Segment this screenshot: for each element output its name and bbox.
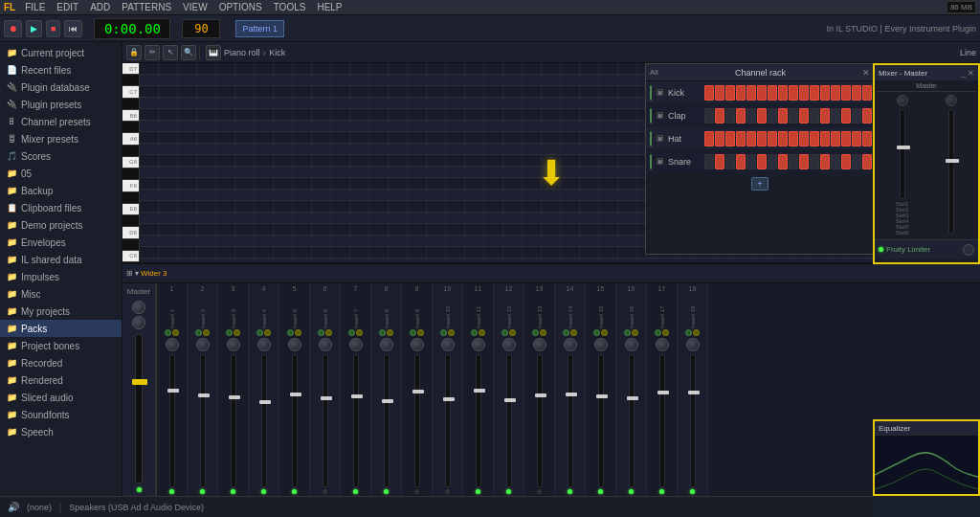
sidebar-item-speech[interactable]: 📁 Speech: [0, 423, 122, 440]
grid-cell[interactable]: [484, 86, 503, 97]
grid-cell[interactable]: [293, 86, 312, 97]
piano-key[interactable]: [122, 192, 139, 204]
grid-cell[interactable]: [465, 98, 484, 108]
piano-key[interactable]: [122, 146, 139, 157]
grid-cell[interactable]: [523, 98, 542, 108]
grid-cell[interactable]: [484, 190, 503, 200]
grid-cell[interactable]: [350, 201, 369, 212]
grid-cell[interactable]: [216, 190, 235, 200]
grid-cell[interactable]: [159, 178, 178, 189]
grid-cell[interactable]: [235, 121, 255, 131]
grid-cell[interactable]: [389, 132, 408, 143]
grid-cell[interactable]: [197, 109, 216, 120]
grid-cell[interactable]: [312, 201, 331, 212]
grid-cell[interactable]: [389, 121, 408, 131]
grid-cell[interactable]: [599, 132, 618, 143]
grid-cell[interactable]: [312, 190, 331, 200]
grid-cell[interactable]: [446, 109, 465, 120]
grid-cell[interactable]: [408, 178, 427, 189]
cr-pad[interactable]: [852, 85, 861, 101]
grid-cell[interactable]: [484, 155, 503, 166]
channel-pan-knob[interactable]: [380, 338, 393, 351]
grid-cell[interactable]: [465, 63, 484, 74]
grid-cell[interactable]: [503, 247, 523, 258]
grid-cell[interactable]: [580, 144, 599, 154]
grid-cell[interactable]: [599, 167, 618, 177]
cr-pad[interactable]: [820, 108, 830, 124]
cr-pad[interactable]: [778, 154, 788, 169]
grid-cell[interactable]: [542, 75, 561, 85]
grid-cell[interactable]: [312, 75, 331, 85]
master-led[interactable]: [137, 487, 142, 492]
sidebar-item-demo-projects[interactable]: 📁 Demo projects: [0, 216, 122, 234]
sidebar-item-sliced-audio[interactable]: 📁 Sliced audio: [0, 389, 122, 406]
grid-cell[interactable]: [293, 63, 312, 74]
grid-cell[interactable]: [446, 144, 465, 154]
grid-cell[interactable]: [235, 224, 255, 235]
play-button[interactable]: ▶: [26, 20, 42, 37]
grid-cell[interactable]: [350, 224, 369, 235]
grid-cell[interactable]: [178, 121, 197, 131]
fader-thumb[interactable]: [596, 394, 608, 398]
grid-cell[interactable]: [389, 167, 408, 177]
piano-key[interactable]: F6: [122, 180, 139, 191]
grid-cell[interactable]: [542, 178, 561, 189]
grid-cell[interactable]: [427, 63, 446, 74]
grid-cell[interactable]: [408, 75, 427, 85]
grid-cell[interactable]: [408, 224, 427, 235]
cr-pad[interactable]: [746, 108, 756, 124]
grid-cell[interactable]: [293, 155, 312, 166]
grid-cell[interactable]: [503, 86, 523, 97]
grid-cell[interactable]: [274, 201, 293, 212]
grid-cell[interactable]: [216, 144, 235, 154]
piano-key[interactable]: D6: [122, 227, 139, 238]
grid-cell[interactable]: [350, 190, 369, 200]
grid-cell[interactable]: [140, 144, 159, 154]
cr-pad[interactable]: [862, 85, 872, 101]
grid-cell[interactable]: [140, 121, 159, 131]
grid-cell[interactable]: [140, 178, 159, 189]
cr-pad[interactable]: [736, 108, 746, 124]
grid-cell[interactable]: [599, 155, 618, 166]
channel-led[interactable]: [476, 489, 480, 494]
channel-led[interactable]: [353, 489, 358, 494]
grid-cell[interactable]: [216, 109, 235, 120]
grid-cell[interactable]: [274, 109, 293, 120]
channel-pan-knob[interactable]: [502, 338, 516, 351]
grid-cell[interactable]: [484, 109, 503, 120]
grid-cell[interactable]: [561, 144, 580, 154]
grid-cell[interactable]: [331, 178, 350, 189]
mm-knob-1[interactable]: [897, 95, 908, 106]
grid-cell[interactable]: [618, 75, 637, 85]
menu-help[interactable]: HELP: [315, 2, 344, 12]
grid-cell[interactable]: [197, 224, 216, 235]
grid-cell[interactable]: [331, 167, 350, 177]
grid-cell[interactable]: [331, 98, 350, 108]
cr-pad[interactable]: [725, 108, 735, 124]
channel-pan-knob[interactable]: [533, 338, 546, 351]
grid-cell[interactable]: [293, 236, 312, 246]
grid-cell[interactable]: [331, 247, 350, 258]
grid-cell[interactable]: [389, 109, 408, 120]
grid-cell[interactable]: [197, 86, 216, 97]
grid-cell[interactable]: [542, 190, 561, 200]
grid-cell[interactable]: [293, 109, 312, 120]
grid-cell[interactable]: [216, 224, 235, 235]
grid-cell[interactable]: [561, 247, 580, 258]
grid-cell[interactable]: [369, 201, 389, 212]
grid-cell[interactable]: [369, 167, 389, 177]
cr-pad[interactable]: [831, 85, 840, 101]
cr-pad[interactable]: [799, 154, 809, 169]
menu-add[interactable]: ADD: [88, 2, 112, 12]
grid-cell[interactable]: [503, 167, 523, 177]
channel-solo-btn[interactable]: [570, 329, 577, 336]
grid-cell[interactable]: [293, 121, 312, 131]
grid-cell[interactable]: [484, 178, 503, 189]
cr-pad[interactable]: [789, 108, 798, 124]
channel-led[interactable]: [323, 489, 327, 494]
channel-led[interactable]: [384, 489, 389, 494]
channel-led[interactable]: [568, 489, 572, 494]
stop-button[interactable]: ■: [46, 20, 60, 37]
grid-cell[interactable]: [274, 63, 293, 74]
cr-mute-btn[interactable]: M: [657, 89, 663, 96]
